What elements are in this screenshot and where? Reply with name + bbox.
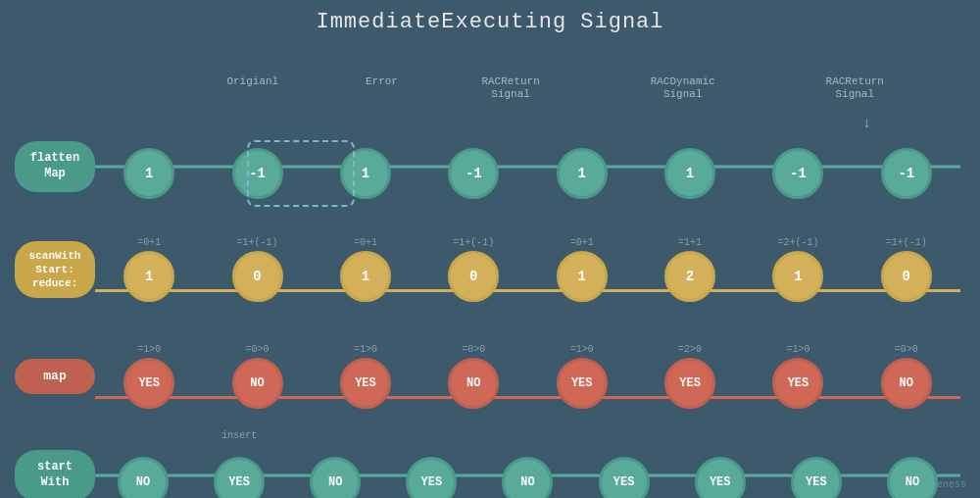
node-group: =0+1 1	[95, 237, 203, 302]
node-annotation: =1+1	[678, 237, 702, 251]
node-group: -1	[853, 134, 960, 199]
node-group: =1+(-1) 0	[419, 237, 527, 302]
node-group: -1	[419, 134, 527, 199]
scanwith-node-3: 1	[340, 251, 391, 302]
node-annotation: =0+1	[137, 237, 161, 251]
node-group: -1	[744, 134, 852, 199]
map-node-4: NO	[448, 358, 499, 409]
scanwith-node-6: 2	[664, 251, 715, 302]
node-annotation: =0+1	[570, 237, 594, 251]
col-header-racreturn2: RACReturnSignal	[768, 75, 941, 101]
node-annotation: =1+(-1)	[886, 237, 927, 251]
scanwith-node-1: 1	[123, 251, 174, 302]
node-group: YES	[191, 443, 287, 498]
node-group: 1	[636, 134, 744, 199]
startwith-label: startWith	[15, 450, 95, 498]
node-annotation: =0>0	[462, 344, 485, 358]
startwith-node-7: YES	[695, 457, 746, 498]
col-header-racdynamic: RACDynamicSignal	[597, 75, 769, 101]
node-annotation: =1>0	[354, 344, 377, 358]
startwith-node-2: YES	[214, 457, 265, 498]
col-header-original: Origianl	[167, 75, 339, 101]
node-group: =1>0 YES	[528, 344, 636, 409]
scanwith-node-7: 1	[772, 251, 823, 302]
node-group: NO	[95, 443, 191, 498]
arrow-down-icon: ↓	[862, 115, 872, 132]
map-node-5: YES	[557, 358, 608, 409]
node-group: =1+1 2	[636, 237, 744, 302]
startwith-node-5: NO	[502, 457, 553, 498]
flattenmap-node-4: -1	[448, 148, 499, 199]
node-group: =1+(-1) 0	[203, 237, 311, 302]
node-annotation: =1>0	[137, 344, 161, 358]
map-label: map	[15, 359, 95, 395]
startwith-node-3: NO	[310, 457, 361, 498]
node-annotation: =2+(-1)	[777, 237, 818, 251]
node-annotation: =1+(-1)	[237, 237, 278, 251]
scanwith-node-2: 0	[232, 251, 283, 302]
startwith-node-9: NO	[887, 457, 938, 498]
node-group: 1	[95, 134, 203, 199]
node-group: =1>0 YES	[312, 344, 419, 409]
node-group: NO	[479, 443, 575, 498]
node-group: =1>0 YES	[95, 344, 203, 409]
startwith-nodes: NO YES NO YES NO	[95, 443, 960, 498]
node-annotation: =2>0	[678, 344, 702, 358]
page-title: ImmediateExecuting Signal	[0, 0, 980, 34]
map-node-2: NO	[232, 358, 283, 409]
startwith-node-1: NO	[118, 457, 169, 498]
insert-label: insert	[191, 430, 287, 441]
node-group: =0>0 NO	[203, 344, 311, 409]
node-group: YES	[383, 443, 479, 498]
node-group: NO	[864, 443, 960, 498]
node-group: =2+(-1) 1	[744, 237, 852, 302]
scanwith-nodes: =0+1 1 =1+(-1) 0 =0+1 1 =1+(-1) 0 =0+1	[95, 237, 960, 302]
node-group: YES	[576, 443, 672, 498]
startwith-annotations: insert	[95, 430, 960, 441]
error-dashed-rect	[247, 140, 355, 207]
node-annotation: =0>0	[895, 344, 918, 358]
node-group: =2>0 YES	[636, 344, 744, 409]
map-node-3: YES	[340, 358, 391, 409]
map-nodes: =1>0 YES =0>0 NO =1>0 YES =0>0 NO =1>0	[95, 344, 960, 409]
map-node-1: YES	[123, 358, 174, 409]
node-group: NO	[287, 443, 383, 498]
map-row: map =1>0 YES =0>0 NO =1>0 YES =0>0 NO	[15, 342, 960, 411]
col-header-error: Error	[339, 75, 425, 101]
flattenmap-node-8: -1	[881, 148, 932, 199]
map-node-8: NO	[881, 358, 932, 409]
node-group: =0>0 NO	[853, 344, 960, 409]
startwith-node-8: YES	[791, 457, 842, 498]
startwith-node-6: YES	[599, 457, 650, 498]
node-group: =1+(-1) 0	[853, 237, 960, 302]
map-node-6: YES	[664, 358, 715, 409]
node-annotation: =1+(-1)	[453, 237, 494, 251]
flattenmap-label: flattenMap	[15, 141, 95, 191]
node-group: YES	[768, 443, 864, 498]
scanwith-node-5: 1	[557, 251, 608, 302]
node-annotation: =0>0	[246, 344, 270, 358]
flattenmap-row: flattenMap 1 -1 1 -1	[15, 137, 960, 196]
startwith-row: startWith insert NO YES NO	[15, 446, 960, 498]
node-group: =0+1 1	[528, 237, 636, 302]
node-group: =0>0 NO	[419, 344, 527, 409]
map-node-7: YES	[772, 358, 823, 409]
flattenmap-node-7: -1	[772, 148, 823, 199]
flattenmap-node-6: 1	[664, 148, 715, 199]
scanwith-label: scanWithStart:reduce:	[15, 241, 95, 299]
scanwith-row: scanWithStart:reduce: =0+1 1 =1+(-1) 0 =…	[15, 235, 960, 304]
node-group: YES	[672, 443, 768, 498]
node-annotation: =0+1	[354, 237, 377, 251]
col-header-racreturn1: RACReturnSignal	[424, 75, 597, 101]
startwith-node-4: YES	[406, 457, 457, 498]
node-group: 1	[528, 134, 636, 199]
node-annotation: =1>0	[786, 344, 809, 358]
scanwith-node-8: 0	[881, 251, 932, 302]
node-group: =0+1 1	[312, 237, 419, 302]
flattenmap-node-1: 1	[123, 148, 174, 199]
node-annotation: =1>0	[570, 344, 594, 358]
scanwith-node-4: 0	[448, 251, 499, 302]
flattenmap-node-5: 1	[557, 148, 608, 199]
node-group: =1>0 YES	[744, 344, 852, 409]
flattenmap-nodes: 1 -1 1 -1 1	[95, 134, 960, 199]
